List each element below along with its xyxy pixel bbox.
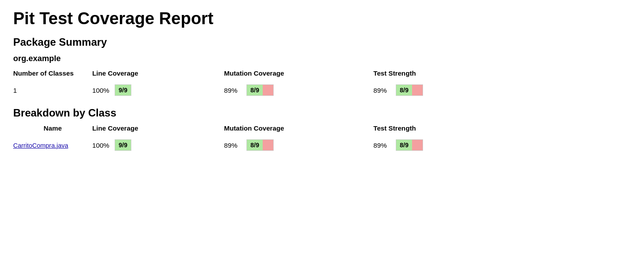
class-link[interactable]: CarritoCompra.java bbox=[13, 142, 68, 149]
breakdown-line-data: 100% 9/9 bbox=[92, 139, 224, 151]
package-name: org.example bbox=[13, 54, 631, 63]
test-strength-header: Test Strength bbox=[373, 69, 505, 77]
line-pct-label: 100% bbox=[92, 87, 112, 94]
mutation-coverage-header: Mutation Coverage bbox=[224, 69, 373, 77]
breakdown-strength-data: 89% 8/9 bbox=[373, 139, 505, 151]
strength-coverage-bar: 8/9 bbox=[396, 84, 423, 96]
line-coverage-data: 100% 9/9 bbox=[92, 84, 224, 96]
breakdown-strength-bar-wrapper: 8/9 bbox=[396, 139, 423, 151]
num-classes-col: Number of Classes bbox=[13, 69, 92, 80]
mutation-coverage-col: Mutation Coverage bbox=[224, 69, 373, 80]
breakdown-line-bar-wrapper: 9/9 bbox=[115, 139, 131, 151]
test-strength-data: 89% 8/9 bbox=[373, 84, 505, 96]
strength-pct-label: 89% bbox=[373, 87, 393, 94]
strength-bar-green: 8/9 bbox=[396, 85, 412, 95]
line-bar-wrapper: 9/9 bbox=[115, 84, 131, 96]
breakdown-mutation-bar-green: 8/9 bbox=[247, 140, 263, 150]
mutation-bar-green: 8/9 bbox=[247, 85, 263, 95]
line-bar-green: 9/9 bbox=[115, 85, 131, 95]
line-coverage-bar: 9/9 bbox=[115, 84, 131, 96]
strength-bar-wrapper: 8/9 bbox=[396, 84, 423, 96]
breakdown-data-row: CarritoCompra.java 100% 9/9 89% 8/9 89% bbox=[13, 139, 631, 151]
mutation-bar-red bbox=[263, 85, 273, 95]
breakdown-line-pct: 100% bbox=[92, 142, 112, 149]
breakdown-strength-header: Test Strength bbox=[373, 124, 505, 132]
num-classes-value: 1 bbox=[13, 87, 92, 94]
strength-bar-red bbox=[412, 85, 423, 95]
breakdown-headers: Name Line Coverage Mutation Coverage Tes… bbox=[13, 124, 631, 135]
breakdown-name-header-col: Name bbox=[13, 124, 92, 135]
package-stats-header: Number of Classes Line Coverage Mutation… bbox=[13, 69, 631, 80]
page-title: Pit Test Coverage Report bbox=[13, 9, 631, 28]
test-strength-col: Test Strength bbox=[373, 69, 505, 80]
breakdown-strength-header-col: Test Strength bbox=[373, 124, 505, 135]
package-stats-row: 1 100% 9/9 89% 8/9 89% bbox=[13, 84, 631, 96]
breakdown-strength-bar-red bbox=[412, 140, 423, 150]
breakdown-mutation-pct: 89% bbox=[224, 142, 244, 149]
breakdown-line-header: Line Coverage bbox=[92, 124, 224, 132]
line-coverage-col: Line Coverage bbox=[92, 69, 224, 80]
breakdown-mutation-bar-red bbox=[263, 140, 273, 150]
breakdown-line-bar-green: 9/9 bbox=[115, 140, 131, 150]
breakdown-mutation-data: 89% 8/9 bbox=[224, 139, 373, 151]
mutation-coverage-data: 89% 8/9 bbox=[224, 84, 373, 96]
breakdown-strength-pct: 89% bbox=[373, 142, 393, 149]
breakdown-name-value: CarritoCompra.java bbox=[13, 142, 92, 149]
breakdown-section: Breakdown by Class Name Line Coverage Mu… bbox=[13, 107, 631, 151]
breakdown-mutation-header: Mutation Coverage bbox=[224, 124, 373, 132]
breakdown-mutation-bar: 8/9 bbox=[246, 139, 274, 151]
breakdown-line-bar: 9/9 bbox=[115, 139, 131, 151]
breakdown-heading: Breakdown by Class bbox=[13, 107, 631, 119]
mutation-coverage-bar: 8/9 bbox=[246, 84, 274, 96]
line-coverage-header: Line Coverage bbox=[92, 69, 224, 77]
breakdown-strength-bar-green: 8/9 bbox=[396, 140, 412, 150]
breakdown-mutation-bar-wrapper: 8/9 bbox=[246, 139, 274, 151]
package-summary-section: Package Summary org.example Number of Cl… bbox=[13, 36, 631, 96]
breakdown-line-header-col: Line Coverage bbox=[92, 124, 224, 135]
package-summary-heading: Package Summary bbox=[13, 36, 631, 48]
num-classes-header: Number of Classes bbox=[13, 69, 92, 77]
breakdown-mutation-header-col: Mutation Coverage bbox=[224, 124, 373, 135]
mutation-pct-label: 89% bbox=[224, 87, 244, 94]
breakdown-name-header: Name bbox=[13, 124, 92, 132]
breakdown-strength-bar: 8/9 bbox=[396, 139, 423, 151]
mutation-bar-wrapper: 8/9 bbox=[246, 84, 274, 96]
